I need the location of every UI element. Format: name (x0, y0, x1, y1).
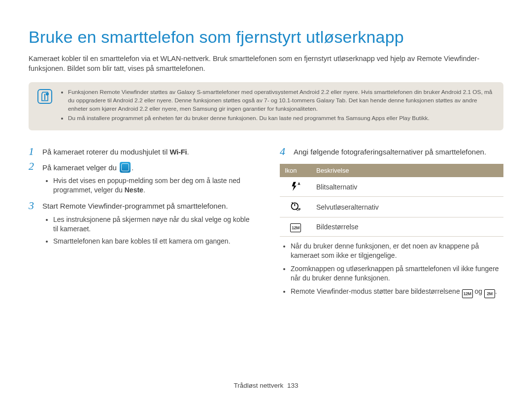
step-2: 2 På kameraet velger du . (29, 162, 252, 173)
flash-auto-icon: A (291, 181, 300, 191)
step-number: 1 (29, 146, 37, 157)
step-4: 4 Angi følgende fotograferingsalternativ… (280, 147, 503, 158)
intro-paragraph: Kameraet kobler til en smarttelefon via … (29, 54, 503, 73)
step2-text-prefix: På kameraet velger du (42, 163, 119, 172)
step-1: 1 På kameraet roterer du modushjulet til… (29, 147, 252, 158)
step3-sub-bullet: Les instruksjonene på skjermen nøye når … (53, 215, 252, 234)
note-list: Funksjonen Remote Viewfinder støttes av … (61, 88, 495, 123)
step-number: 3 (29, 200, 37, 211)
table-cell-desc: Blitsalternativ (311, 177, 503, 197)
step-3: 3 Start Remote Viewfinder-programmet på … (29, 201, 252, 212)
step4-sublist: Når du bruker denne funksjonen, er det n… (280, 242, 503, 298)
table-cell-desc: Bildestørrelse (311, 217, 503, 237)
page-title: Bruke en smarttelefon som fjernstyrt utl… (29, 28, 503, 47)
step2-text-suffix: . (132, 163, 133, 172)
table-row: 12M Bildestørrelse (280, 217, 503, 237)
step4-sub-bullet: Remote Viewfinder-modus støtter bare bil… (291, 287, 503, 298)
step2-sub-suffix: . (143, 186, 145, 194)
step4-sub-bullet: Når du bruker denne funksjonen, er det n… (291, 242, 503, 260)
step3-sub-bullet: Smarttelefonen kan bare kobles til ett k… (53, 237, 252, 246)
bullet3-mid: og (473, 287, 484, 295)
step2-sub-bold: Neste (125, 186, 143, 194)
note-box: Funksjonen Remote Viewfinder støttes av … (29, 82, 503, 130)
svg-point-0 (46, 93, 48, 95)
step2-sub-prefix: Hvis det vises en popup-melding som ber … (53, 177, 240, 194)
step1-text-suffix: . (187, 148, 189, 156)
step4-sub-bullet: Zoomknappen og utløserknappen på smartte… (291, 264, 503, 283)
page-footer: Trådløst nettverk 133 (0, 382, 532, 389)
svg-text:A: A (298, 182, 300, 186)
step3-sublist: Les instruksjonene på skjermen nøye når … (42, 215, 252, 246)
self-timer-off-icon: OFF (290, 201, 301, 212)
resolution-12m-icon: 12M (290, 223, 301, 232)
table-cell-desc: Selvutløseralternativ (311, 197, 503, 217)
options-table: Ikon Beskrivelse A Blitsalternativ (280, 164, 503, 237)
bullet3-prefix: Remote Viewfinder-modus støtter bare bil… (291, 287, 462, 295)
table-row: A Blitsalternativ (280, 177, 503, 197)
left-column: 1 På kameraet roterer du modushjulet til… (29, 147, 252, 302)
right-column: 4 Angi følgende fotograferingsalternativ… (280, 147, 503, 302)
resolution-2m-icon: 2M (484, 289, 495, 298)
table-head-desc: Beskrivelse (311, 164, 503, 177)
note-icon (37, 89, 52, 104)
wifi-label: Wi-Fi (169, 148, 187, 156)
step-number: 2 (29, 161, 37, 172)
remote-viewfinder-app-icon (120, 162, 131, 173)
table-row: OFF Selvutløseralternativ (280, 197, 503, 217)
step2-sublist: Hvis det vises en popup-melding som ber … (42, 176, 252, 195)
svg-text:OFF: OFF (297, 208, 301, 212)
step3-text: Start Remote Viewfinder-programmet på sm… (42, 201, 252, 212)
bullet3-suffix: . (495, 287, 497, 295)
step1-text-prefix: På kameraet roterer du modushjulet til (42, 148, 169, 156)
note-bullet: Du må installere programmet på enheten f… (68, 114, 495, 123)
step2-sub-bullet: Hvis det vises en popup-melding som ber … (53, 176, 252, 195)
note-bullet: Funksjonen Remote Viewfinder støttes av … (68, 88, 495, 113)
step4-text: Angi følgende fotograferingsalternativer… (294, 147, 503, 158)
table-head-icon: Ikon (280, 164, 311, 177)
footer-section: Trådløst nettverk (234, 382, 284, 389)
footer-page-number: 133 (287, 382, 299, 389)
step-number: 4 (280, 146, 289, 157)
resolution-12m-icon: 12M (462, 289, 473, 298)
